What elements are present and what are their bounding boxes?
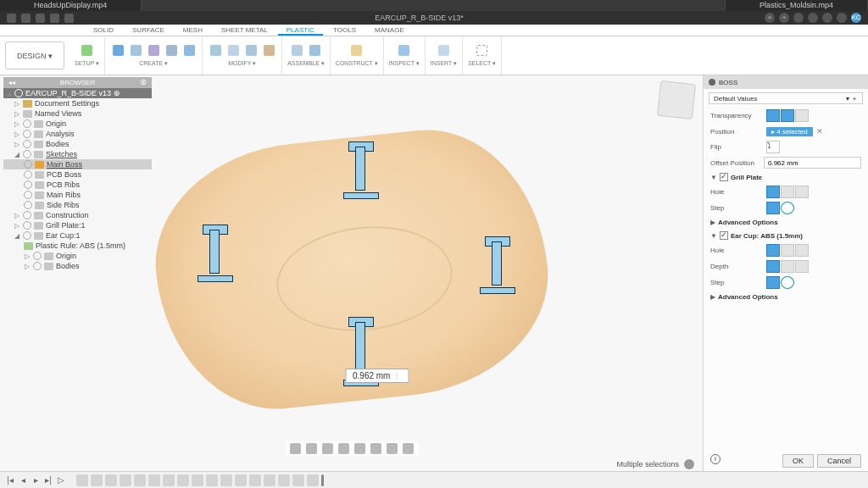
timeline-feature[interactable]: [206, 474, 218, 486]
window-tab-active[interactable]: [142, 0, 726, 11]
joint-icon[interactable]: [290, 41, 305, 59]
boss-tool-icon[interactable]: [110, 41, 125, 59]
pan-icon[interactable]: [322, 443, 333, 454]
section-earcup-adv[interactable]: ▶Advanced Options: [704, 291, 868, 303]
window-tab-2[interactable]: Plastics_Moldsin.mp4: [726, 0, 868, 11]
tab-tools[interactable]: TOOLS: [325, 25, 364, 36]
orbit-icon[interactable]: [290, 443, 301, 454]
notifications-icon[interactable]: [808, 13, 818, 23]
qat-save-icon[interactable]: [36, 14, 45, 23]
transparency-opt-2[interactable]: [781, 109, 794, 122]
section-grill-plate[interactable]: ▼Grill Plate: [704, 170, 868, 184]
earcup-step-none[interactable]: [781, 276, 794, 289]
select-icon[interactable]: [475, 41, 490, 59]
earcup-hole-2[interactable]: [781, 244, 794, 257]
tab-solid[interactable]: SOLID: [85, 25, 122, 36]
timeline-feature[interactable]: [292, 474, 304, 486]
info-icon[interactable]: i: [710, 454, 721, 464]
viewports-icon[interactable]: [403, 443, 414, 454]
transparency-opt-3[interactable]: [795, 109, 809, 122]
workspace-switcher[interactable]: DESIGN ▾: [5, 42, 64, 69]
lattice-tool-icon[interactable]: [181, 41, 197, 59]
qat-file-icon[interactable]: [21, 14, 31, 23]
section-grill-adv[interactable]: ▶Advanced Options: [704, 216, 868, 229]
timeline-end-icon[interactable]: ▸|: [43, 475, 53, 485]
asbuilt-icon[interactable]: [308, 41, 323, 59]
earcup-depth-1[interactable]: [766, 260, 780, 273]
timeline-back-icon[interactable]: ◂: [18, 475, 28, 485]
preset-combo[interactable]: Default Values▾ ＋: [709, 92, 863, 104]
add-tab-icon[interactable]: +: [779, 13, 789, 23]
timeline-fwd-icon[interactable]: ▸: [31, 475, 41, 485]
timeline-feature[interactable]: [278, 474, 290, 486]
timeline-feature[interactable]: [192, 474, 203, 486]
clear-selection-icon[interactable]: ✕: [816, 127, 823, 136]
extensions-icon[interactable]: [793, 13, 804, 23]
earcup-depth-3[interactable]: [795, 260, 809, 273]
timeline-marker[interactable]: [321, 474, 324, 486]
timeline-feature[interactable]: [134, 474, 146, 486]
grill-hole-2[interactable]: [781, 186, 794, 198]
node-root[interactable]: ◢EARCUP_R_B-SIDE v13⊕: [3, 88, 152, 98]
grid-icon[interactable]: [387, 443, 398, 454]
node-main-boss[interactable]: Main Boss: [3, 159, 152, 169]
window-tab-1[interactable]: HeadsUpDisplay.mp4: [0, 0, 142, 11]
grill-hole-3[interactable]: [795, 186, 809, 198]
thicken-icon[interactable]: [208, 41, 223, 59]
node-bodies-2[interactable]: ▷Bodies: [3, 261, 152, 271]
timeline-play-icon[interactable]: ▷: [56, 475, 66, 485]
boss-feature-left[interactable]: [192, 221, 236, 289]
timeline-start-icon[interactable]: |◂: [5, 475, 15, 485]
offset-input[interactable]: [764, 157, 861, 169]
node-origin[interactable]: ▷Origin: [3, 119, 152, 129]
fit-icon[interactable]: [354, 443, 365, 454]
tab-plastic[interactable]: PLASTIC: [278, 25, 323, 36]
timeline-feature[interactable]: [307, 474, 319, 486]
position-selection[interactable]: ▸ 4 selected: [766, 127, 813, 136]
ok-button[interactable]: OK: [782, 454, 814, 468]
timeline-feature[interactable]: [177, 474, 189, 486]
node-sketches[interactable]: ◢Sketches: [3, 149, 152, 159]
tab-manage[interactable]: MANAGE: [366, 25, 413, 36]
section-earcup[interactable]: ▼Ear Cup: ABS (1.5mm): [704, 229, 868, 242]
timeline-feature[interactable]: [220, 474, 232, 486]
rib-tool-icon[interactable]: [128, 41, 143, 59]
boss-feature-right[interactable]: [475, 233, 519, 301]
user-avatar[interactable]: KC: [851, 13, 861, 23]
timeline-feature[interactable]: [235, 474, 247, 486]
browser-header[interactable]: ◂◂BROWSER⦿: [3, 77, 152, 88]
hole-tool-icon[interactable]: [164, 41, 179, 59]
earcup-hole-1[interactable]: [766, 244, 780, 257]
node-grill-plate[interactable]: ▷Grill Plate:1: [3, 220, 152, 230]
timeline-feature[interactable]: [91, 474, 103, 486]
node-pcb-ribs[interactable]: PCB Ribs: [3, 180, 152, 190]
qat-undo-icon[interactable]: [50, 14, 59, 23]
plane-icon[interactable]: [349, 41, 364, 59]
setup-icon[interactable]: [80, 41, 95, 59]
panel-header[interactable]: BOSS: [704, 75, 868, 89]
display-icon[interactable]: [370, 443, 381, 454]
dimension-input[interactable]: 0.962 mm ⋮: [345, 369, 409, 383]
snap-tool-icon[interactable]: [146, 41, 161, 59]
node-plastic-rule[interactable]: Plastic Rule: ABS (1.5mm): [3, 241, 152, 251]
timeline-feature[interactable]: [120, 474, 131, 486]
node-doc-settings[interactable]: ▷Document Settings: [3, 98, 152, 108]
tab-sheetmetal[interactable]: SHEET METAL: [213, 25, 276, 36]
node-main-ribs[interactable]: Main Ribs: [3, 190, 152, 200]
earcup-step-1[interactable]: [766, 276, 780, 289]
cancel-button[interactable]: Cancel: [817, 454, 861, 468]
qat-grid-icon[interactable]: [7, 14, 16, 23]
earcup-depth-2[interactable]: [781, 260, 794, 273]
timeline-feature[interactable]: [249, 474, 261, 486]
earcup-checkbox[interactable]: [720, 231, 728, 240]
timeline-feature[interactable]: [105, 474, 117, 486]
timeline-feature[interactable]: [76, 474, 88, 486]
viewcube[interactable]: [657, 80, 696, 119]
flip-button[interactable]: ⤵: [766, 141, 780, 153]
zoom-icon[interactable]: [338, 443, 349, 454]
timeline-feature[interactable]: [264, 474, 275, 486]
close-tab-icon[interactable]: ×: [765, 13, 775, 23]
shell-icon[interactable]: [225, 41, 241, 59]
earcup-hole-3[interactable]: [795, 244, 809, 257]
draft-icon[interactable]: [243, 41, 259, 59]
